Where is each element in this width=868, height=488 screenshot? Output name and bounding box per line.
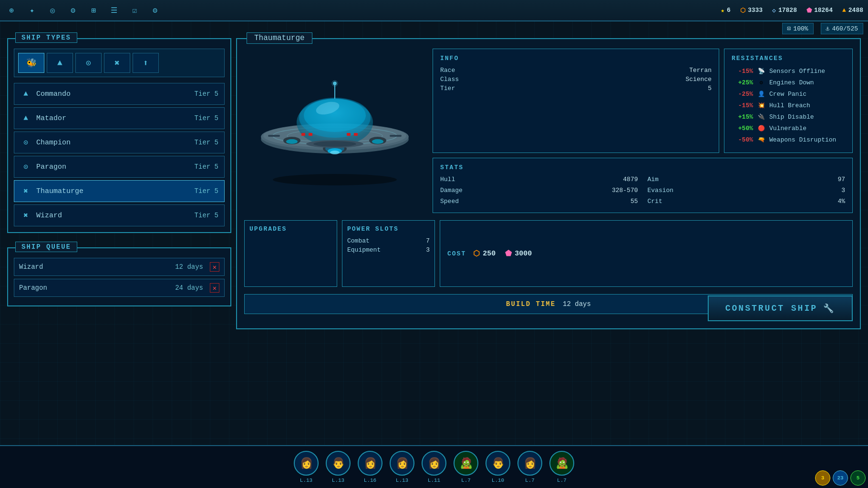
- stat-hull: Hull 4879: [440, 176, 638, 183]
- thaumaturge-icon: ✖: [20, 185, 31, 197]
- crew-avatar-8[interactable]: 👩 L.7: [517, 451, 542, 483]
- sensors-icon: 📡: [757, 67, 765, 75]
- nav-icons: ⊕ ✦ ◎ ⚙ ⊞ ☰ ☑ ⚙: [5, 4, 162, 17]
- wizard-icon: ✖: [20, 210, 31, 221]
- crew-avatar-5[interactable]: 👩 L.11: [422, 451, 446, 483]
- crew-avatar-2[interactable]: 👨 L.13: [326, 451, 351, 483]
- tab-transport[interactable]: ⬆: [133, 53, 159, 73]
- tier-value: 5: [708, 85, 712, 92]
- resist-sensors-pct: -15%: [732, 68, 753, 75]
- tab-support[interactable]: ⊙: [75, 53, 102, 73]
- queue-paragon-days: 24 days: [175, 284, 203, 292]
- ship-svg: [254, 56, 416, 194]
- class-label: Class: [440, 76, 459, 83]
- resist-vulnerable: +50% 🔴 Vulnerable: [732, 124, 845, 132]
- nav-icon-settings[interactable]: ⚙: [148, 4, 162, 17]
- info-row-top: INFO Race Terran Class Science Tier 5: [433, 49, 853, 153]
- thaumaturge-tier: Tier 5: [195, 187, 218, 195]
- resource-stars: ★ 6: [721, 7, 731, 14]
- stat-crit: Crit 4%: [648, 198, 846, 205]
- ship-types-panel: SHIP TYPES 🐝 ▲ ⊙ ✖ ⬆ ▲ Commando Tier 5 ▲…: [7, 38, 231, 233]
- hull-label: Hull: [440, 176, 455, 183]
- svg-point-25: [333, 81, 337, 85]
- queue-paragon-close[interactable]: ✕: [210, 283, 219, 293]
- nav-icon-home[interactable]: ⊕: [5, 4, 18, 17]
- svg-rect-12: [347, 133, 351, 136]
- damage-label: Damage: [440, 187, 463, 194]
- svg-rect-10: [301, 133, 305, 136]
- wizard-tier: Tier 5: [195, 212, 218, 219]
- crew-avatar-6[interactable]: 🧟 L.7: [454, 451, 478, 483]
- resist-sensors: -15% 📡 Sensors Offline: [732, 67, 845, 75]
- nav-icon-build[interactable]: ⚙: [66, 4, 80, 17]
- resist-hull: -15% 💥 Hull Breach: [732, 101, 845, 110]
- crew-avatar-9[interactable]: 🧟 L.7: [549, 451, 574, 483]
- nav-icon-fleet[interactable]: ✦: [25, 4, 39, 17]
- info-class-row: Class Science: [440, 76, 712, 83]
- svg-rect-11: [309, 133, 312, 136]
- matador-icon: ▲: [20, 112, 31, 124]
- svg-point-17: [330, 151, 340, 154]
- ship-item-thaumaturge[interactable]: ✖ Thaumaturge Tier 5: [14, 180, 225, 202]
- ship-queue-panel: SHIP QUEUE Wizard 12 days ✕ Paragon 24 d…: [7, 247, 231, 306]
- paragon-icon: ⊙: [20, 161, 31, 173]
- cost-mineral: ⬡ 250: [473, 249, 496, 258]
- combat-value: 7: [426, 237, 430, 244]
- ship-item-paragon[interactable]: ⊙ Paragon Tier 5: [14, 156, 225, 178]
- ship-item-commando[interactable]: ▲ Commando Tier 5: [14, 83, 225, 105]
- equipment-label: Equipment: [347, 246, 381, 254]
- crew-avatar-1[interactable]: 👩 L.13: [294, 451, 319, 483]
- svg-rect-27: [268, 135, 280, 137]
- nav-icon-map[interactable]: ◎: [46, 4, 59, 17]
- crew-avatar-3[interactable]: 👩 L.16: [358, 451, 382, 483]
- mineral-cost-value: 250: [483, 250, 496, 258]
- indicator-badge-blue[interactable]: 23: [833, 470, 848, 486]
- cost-box: COST ⬡ 250 ⬟ 3000: [440, 220, 853, 287]
- left-panel: SHIP TYPES 🐝 ▲ ⊙ ✖ ⬆ ▲ Commando Tier 5 ▲…: [7, 38, 231, 306]
- ship-item-matador[interactable]: ▲ Matador Tier 5: [14, 107, 225, 129]
- indicator-badge-green[interactable]: 5: [850, 470, 866, 486]
- ship-item-champion[interactable]: ⊙ Champion Tier 5: [14, 132, 225, 153]
- avatar-4-portrait: 👩: [390, 451, 414, 476]
- resistances-box: RESISTANCES -15% 📡 Sensors Offline +25% …: [724, 49, 853, 153]
- avatar-8-portrait: 👩: [517, 451, 542, 476]
- bottom-section: UPGRADES POWER SLOTS Combat 7 Equipment …: [237, 220, 860, 294]
- indicator-badge-yellow[interactable]: 3: [815, 470, 830, 486]
- stat-evasion: Evasion 3: [648, 187, 846, 194]
- resist-disable-name: Ship Disable: [769, 113, 814, 121]
- ship-item-wizard[interactable]: ✖ Wizard Tier 5: [14, 204, 225, 226]
- crew-avatar-7[interactable]: 👨 L.10: [486, 451, 510, 483]
- queue-wizard-close[interactable]: ✕: [210, 262, 219, 272]
- resist-crew-name: Crew Panic: [769, 91, 806, 98]
- main-inner: INFO Race Terran Class Science Tier 5: [237, 39, 860, 220]
- resist-vulnerable-name: Vulnerable: [769, 125, 806, 132]
- info-area: INFO Race Terran Class Science Tier 5: [433, 49, 853, 213]
- mineral-cost-icon: ⬡: [473, 249, 480, 258]
- champion-icon: ⊙: [20, 137, 31, 148]
- tab-all[interactable]: 🐝: [18, 53, 44, 73]
- resist-engines: +25% ⚙ Engines Down: [732, 78, 845, 87]
- resist-weapons: -50% 🔫 Weapons Disruption: [732, 135, 845, 144]
- crew-avatar-4[interactable]: 👩 L.13: [390, 451, 414, 483]
- sub-top-bar: ⊡ 100% ⚓ 460/525: [782, 21, 863, 36]
- nav-icon-crew[interactable]: ☰: [107, 4, 121, 17]
- power-slots-box: POWER SLOTS Combat 7 Equipment 3: [342, 220, 435, 287]
- resist-hull-name: Hull Breach: [769, 102, 810, 109]
- tab-special[interactable]: ✖: [104, 53, 130, 73]
- resist-crew: -25% 👤 Crew Panic: [732, 90, 845, 98]
- nav-icon-research[interactable]: ⊞: [87, 4, 100, 17]
- ship-list: ▲ Commando Tier 5 ▲ Matador Tier 5 ⊙ Cha…: [14, 83, 225, 226]
- matador-tier: Tier 5: [195, 114, 218, 122]
- resistances-title: RESISTANCES: [732, 55, 845, 62]
- avatar-7-portrait: 👨: [486, 451, 510, 476]
- nav-icon-missions[interactable]: ☑: [128, 4, 141, 17]
- resist-disable-pct: +15%: [732, 113, 753, 121]
- construct-ship-button[interactable]: CONSTRUCT SHIP 🔧: [708, 295, 853, 321]
- matador-name: Matador: [36, 114, 66, 122]
- paragon-tier: Tier 5: [195, 163, 218, 171]
- avatar-3-portrait: 👩: [358, 451, 382, 476]
- avatar-1-level: L.13: [300, 478, 312, 483]
- evasion-value: 3: [841, 187, 845, 194]
- tab-combat[interactable]: ▲: [47, 53, 73, 73]
- aim-value: 97: [837, 176, 845, 183]
